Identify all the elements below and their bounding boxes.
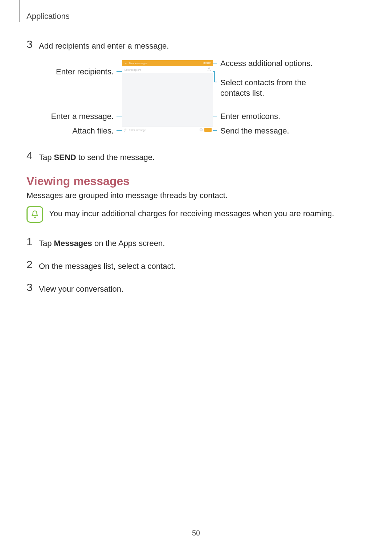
svg-point-3: [201, 130, 202, 130]
section-title-viewing-messages: Viewing messages: [26, 175, 130, 188]
phone-body: [122, 73, 213, 127]
compose-diagram: Enter recipients. Enter a message. Attac…: [26, 58, 353, 141]
step-text: Tap Messages on the Apps screen.: [39, 238, 367, 249]
step-text-bold: Messages: [54, 239, 92, 248]
callout-enter-emoticons: Enter emoticons.: [220, 112, 329, 121]
smiley-icon: [199, 128, 203, 132]
send-button-mock: [204, 128, 212, 132]
step-a4: 4 Tap SEND to send the message.: [26, 152, 367, 163]
step-text-pre: Tap: [39, 153, 54, 162]
callout-additional-options: Access additional options.: [220, 59, 344, 68]
svg-point-2: [200, 130, 201, 130]
step-number: 2: [26, 258, 37, 271]
header-rule: [19, 0, 20, 22]
phone-composer: Enter message: [122, 127, 213, 133]
paperclip-icon: [124, 128, 127, 132]
contacts-icon: [207, 67, 212, 72]
step-text-bold: SEND: [54, 153, 76, 162]
phone-header: ← New messages MORE: [122, 60, 213, 66]
step-text: On the messages list, select a contact.: [39, 261, 367, 272]
recipient-placeholder: Enter recipient: [124, 69, 141, 71]
step-text-post: on the Apps screen.: [92, 239, 165, 248]
page-number: 50: [0, 529, 392, 537]
step-a3: 3 Add recipients and enter a message.: [26, 41, 367, 52]
callout-enter-recipients: Enter recipients.: [26, 67, 114, 77]
step-b3: 3 View your conversation.: [26, 284, 367, 295]
step-b2: 2 On the messages list, select a contact…: [26, 261, 367, 272]
composer-placeholder: Enter message: [129, 129, 198, 131]
phone-header-more: MORE: [203, 62, 211, 65]
svg-point-0: [208, 68, 210, 69]
callout-select-contacts: Select contacts from the contacts list.: [220, 78, 329, 98]
callout-send-message: Send the message.: [220, 126, 329, 136]
step-b1: 1 Tap Messages on the Apps screen.: [26, 238, 367, 249]
step-text: Tap SEND to send the message.: [39, 152, 367, 163]
breadcrumb: Applications: [26, 12, 70, 21]
phone-header-title: New messages: [129, 62, 201, 65]
page: Applications 3 Add recipients and enter …: [0, 0, 392, 554]
step-text: View your conversation.: [39, 284, 367, 295]
svg-point-1: [200, 128, 203, 131]
section-intro: Messages are grouped into message thread…: [26, 191, 228, 200]
step-number: 4: [26, 149, 37, 162]
step-text: Add recipients and enter a message.: [39, 41, 367, 52]
step-number: 3: [26, 281, 37, 294]
step-number: 3: [26, 38, 37, 50]
callout-attach-files: Attach files.: [26, 126, 114, 136]
bell-icon: [26, 206, 43, 223]
step-text-pre: Tap: [39, 239, 54, 248]
step-number: 1: [26, 235, 37, 248]
note-roaming: You may incur additional charges for rec…: [26, 207, 334, 218]
phone-mock: ← New messages MORE Enter recipient Ente…: [122, 60, 213, 133]
note-text: You may incur additional charges for rec…: [49, 207, 334, 218]
callout-enter-message: Enter a message.: [26, 112, 114, 121]
phone-recipient-row: Enter recipient: [122, 66, 213, 74]
back-arrow-icon: ←: [124, 61, 128, 65]
step-text-post: to send the message.: [76, 153, 155, 162]
